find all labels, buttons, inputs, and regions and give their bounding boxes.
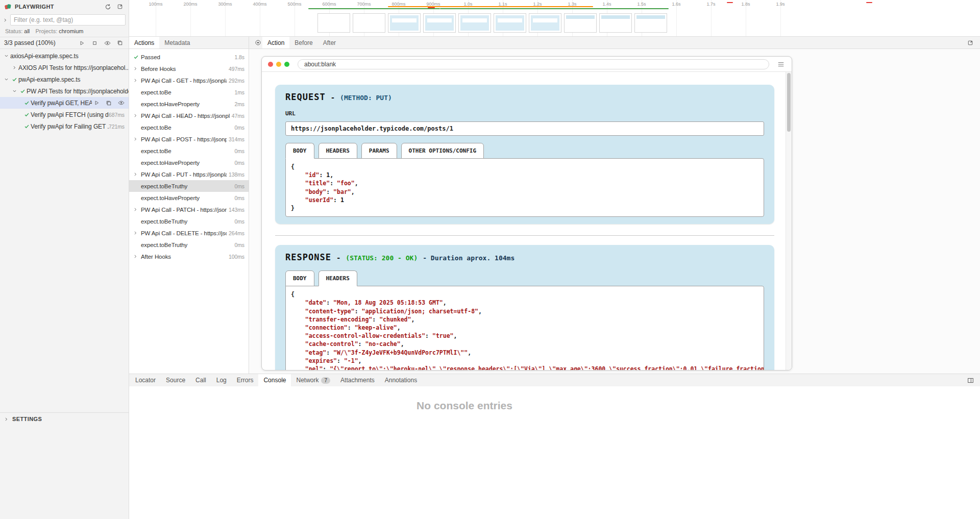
- bottom-tab-network[interactable]: Network7: [291, 374, 335, 386]
- bottom-tab-attachments[interactable]: Attachments: [335, 374, 380, 386]
- window-maximize-dot: [284, 62, 289, 67]
- pick-locator-icon[interactable]: [253, 38, 262, 47]
- reload-tests-icon[interactable]: [103, 2, 112, 11]
- tab-before[interactable]: Before: [289, 37, 317, 48]
- test-tree-item[interactable]: AXIOS API Tests for https://jsonplacehol…: [0, 62, 129, 73]
- request-url-field[interactable]: https://jsonplaceholder.typicode.com/pos…: [285, 121, 764, 136]
- tab-action[interactable]: Action: [262, 37, 289, 48]
- timeline-screenshot-thumb[interactable]: [353, 13, 385, 33]
- response-tab-headers[interactable]: HEADERS: [318, 270, 357, 286]
- run-all-icon[interactable]: [77, 38, 86, 47]
- chevron-down-icon[interactable]: [2, 54, 10, 58]
- filter-row: [0, 13, 129, 27]
- run-test-icon[interactable]: [92, 98, 101, 108]
- chevron-right-icon[interactable]: [133, 231, 141, 235]
- test-tree-item[interactable]: axiosApi-example.spec.ts: [0, 50, 129, 62]
- timeline-screenshot-thumb[interactable]: [423, 13, 456, 33]
- action-label: expect.toBeTruthy: [141, 183, 232, 189]
- action-duration: 497ms: [227, 66, 249, 72]
- tab-after[interactable]: After: [318, 37, 341, 48]
- action-label: PW Api Call - POST - https://jsonpl...: [141, 136, 227, 142]
- timeline-screenshot-thumb[interactable]: [388, 13, 421, 33]
- action-list-item[interactable]: expect.toHaveProperty2ms: [129, 98, 249, 110]
- chevron-down-icon[interactable]: [10, 89, 18, 93]
- bottom-tab-errors[interactable]: Errors: [232, 374, 259, 386]
- address-bar: about:blank: [298, 59, 769, 69]
- chevron-down-icon[interactable]: [2, 77, 10, 82]
- action-list-item[interactable]: PW Api Call - HEAD - https://jsonpla...4…: [129, 110, 249, 121]
- action-list-item[interactable]: expect.toBeTruthy0ms: [129, 239, 249, 251]
- request-tab-other-options-config[interactable]: OTHER OPTIONS/CONFIG: [401, 143, 484, 159]
- action-list-item[interactable]: PW Api Call - DELETE - https://json...26…: [129, 227, 249, 239]
- console-empty-message: No console entries: [416, 400, 512, 412]
- test-tree-item[interactable]: Verify pwApi FETCH (using def...687ms: [0, 109, 129, 120]
- test-tree-item[interactable]: Verify pwApi GET, HEAD, ...: [0, 97, 129, 109]
- watch-test-icon[interactable]: [116, 98, 126, 108]
- timeline[interactable]: 100ms200ms300ms400ms500ms600ms700ms800ms…: [129, 0, 980, 37]
- action-list-item[interactable]: expect.toBe0ms: [129, 121, 249, 133]
- test-duration: 687ms: [109, 112, 129, 118]
- action-list-item[interactable]: Before Hooks497ms: [129, 63, 249, 75]
- action-list-item[interactable]: PW Api Call - GET - https://jsonplac...2…: [129, 75, 249, 86]
- scrollbar-thumb[interactable]: [787, 73, 791, 132]
- snapshot-scrollbar[interactable]: [786, 72, 792, 370]
- action-list-item[interactable]: expect.toHaveProperty0ms: [129, 157, 249, 168]
- timeline-screenshot-thumb[interactable]: [494, 13, 526, 33]
- collapse-all-icon[interactable]: [115, 38, 125, 47]
- chevron-right-icon[interactable]: [133, 207, 141, 212]
- action-list-item[interactable]: expect.toHaveProperty0ms: [129, 192, 249, 204]
- tab-actions[interactable]: Actions: [129, 37, 159, 48]
- chevron-right-icon[interactable]: [133, 66, 141, 71]
- action-list-item[interactable]: expect.toBe0ms: [129, 145, 249, 157]
- chevron-right-icon[interactable]: [133, 172, 141, 177]
- tab-metadata[interactable]: Metadata: [159, 37, 195, 48]
- filter-section-chevron-icon[interactable]: [1, 18, 9, 22]
- test-tree-item[interactable]: Verify pwApi for Failing GET ...721ms: [0, 120, 129, 132]
- timeline-screenshot-thumb[interactable]: [564, 13, 597, 33]
- test-tree-item[interactable]: pwApi-example.spec.ts: [0, 73, 129, 85]
- timeline-screenshot-thumb[interactable]: [458, 13, 491, 33]
- chevron-right-icon[interactable]: [133, 113, 141, 118]
- bottom-tab-source[interactable]: Source: [161, 374, 190, 386]
- chevron-right-icon[interactable]: [133, 137, 141, 141]
- action-list-item[interactable]: expect.toBeTruthy0ms: [129, 215, 249, 227]
- action-duration: 0ms: [232, 218, 249, 225]
- action-list-item[interactable]: Passed1.8s: [129, 51, 249, 63]
- request-tab-body[interactable]: BODY: [285, 143, 314, 159]
- action-list-item[interactable]: expect.toBe1ms: [129, 86, 249, 98]
- timeline-screenshot-thumb[interactable]: [634, 13, 667, 33]
- action-list-item[interactable]: After Hooks100ms: [129, 251, 249, 262]
- bottom-tab-call[interactable]: Call: [190, 374, 211, 386]
- open-snapshot-external-icon[interactable]: [966, 38, 975, 47]
- chevron-right-icon[interactable]: [10, 65, 18, 70]
- stop-icon[interactable]: [90, 38, 99, 47]
- timeline-screenshot-thumb[interactable]: [599, 13, 632, 33]
- toggle-output-panel-icon[interactable]: [966, 376, 975, 385]
- action-list-item[interactable]: PW Api Call - PUT - https://jsonplac...1…: [129, 168, 249, 180]
- chevron-right-icon[interactable]: [133, 78, 141, 83]
- detail-tabbar: Action Before After: [249, 37, 980, 49]
- bottom-tab-locator[interactable]: Locator: [130, 374, 161, 386]
- request-tab-params[interactable]: PARAMS: [361, 143, 397, 159]
- browser-snapshot: about:blank REQUEST - (METHOD: PUT) URL …: [261, 56, 792, 370]
- action-list-item[interactable]: PW Api Call - POST - https://jsonpl...31…: [129, 133, 249, 145]
- response-tab-body[interactable]: BODY: [285, 270, 314, 286]
- watch-all-icon[interactable]: [103, 38, 112, 47]
- pass-check-icon: [22, 100, 31, 106]
- chevron-right-icon[interactable]: [133, 254, 141, 259]
- action-list-item[interactable]: PW Api Call - PATCH - https://jsonp...14…: [129, 204, 249, 215]
- settings-section[interactable]: SETTINGS: [0, 412, 129, 425]
- request-tab-headers[interactable]: HEADERS: [318, 143, 357, 159]
- bottom-tab-log[interactable]: Log: [211, 374, 232, 386]
- bottom-tab-annotations[interactable]: Annotations: [380, 374, 422, 386]
- open-external-icon[interactable]: [115, 2, 125, 11]
- open-source-icon[interactable]: [104, 98, 113, 108]
- filter-status-line[interactable]: Status: all Projects: chromium: [0, 27, 129, 37]
- filter-input[interactable]: [10, 14, 126, 26]
- test-tree-item[interactable]: PW API Tests for https://jsonplaceholder…: [0, 85, 129, 97]
- timeline-screenshot-thumb[interactable]: [529, 13, 561, 33]
- bottom-tab-console[interactable]: Console: [258, 374, 291, 386]
- playwright-logo: [4, 3, 12, 11]
- timeline-screenshot-thumb[interactable]: [317, 13, 350, 33]
- action-list-item[interactable]: expect.toBeTruthy0ms: [129, 180, 249, 192]
